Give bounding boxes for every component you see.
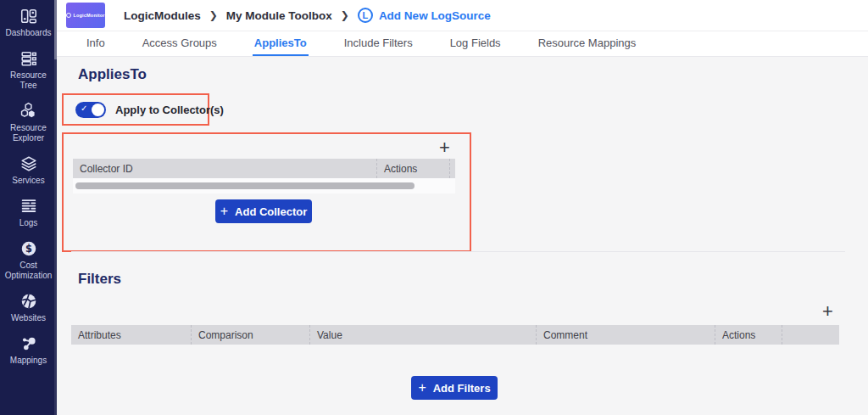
cost-optimization-icon: $: [19, 239, 38, 258]
websites-icon: [19, 292, 38, 311]
section-divider: [71, 251, 845, 252]
check-icon: ✓: [81, 104, 87, 113]
left-nav-sidebar: Dashboards Resource Tree: [0, 0, 57, 415]
logo-text: LogicMonitor: [73, 13, 104, 18]
plus-icon: +: [220, 204, 228, 219]
mappings-icon: [19, 334, 38, 353]
logicmonitor-logo[interactable]: LogicMonitor: [66, 3, 105, 28]
sidebar-item-resource-tree[interactable]: Resource Tree: [0, 49, 57, 91]
logs-icon: [19, 197, 38, 216]
breadcrumb-logicmodules[interactable]: LogicModules: [124, 9, 201, 22]
sidebar-item-label: Dashboards: [2, 28, 56, 38]
main-panel: LogicMonitor LogicModules ❯ My Module To…: [57, 0, 868, 415]
sidebar-item-label: Logs: [2, 218, 56, 228]
add-collector-plus-icon[interactable]: +: [439, 138, 450, 157]
column-spacer: [449, 159, 457, 178]
sidebar-item-label: Resource Tree: [2, 70, 56, 91]
tab-resource-mappings[interactable]: Resource Mappings: [537, 31, 638, 56]
sidebar-item-cost-optimization[interactable]: $ Cost Optimization: [0, 239, 57, 281]
filters-table: Attributes Comparison Value Comment Acti…: [71, 325, 839, 345]
add-collector-button-label: Add Collector: [235, 205, 307, 218]
resource-explorer-icon: [19, 102, 38, 121]
sidebar-item-label: Websites: [2, 313, 56, 323]
resource-tree-icon: [19, 49, 38, 68]
collector-table: Collector ID Actions: [73, 159, 455, 193]
app-window: Dashboards Resource Tree: [0, 0, 868, 415]
apply-to-collectors-highlight-box: ✓ Apply to Collector(s): [62, 93, 209, 126]
add-filter-plus-icon[interactable]: +: [822, 302, 833, 321]
tab-log-fields[interactable]: Log Fields: [448, 31, 503, 56]
column-actions: Actions: [376, 159, 449, 178]
sidebar-item-websites[interactable]: Websites: [0, 292, 57, 323]
services-icon: [19, 154, 38, 173]
add-new-logsource-label: Add New LogSource: [379, 9, 491, 22]
sidebar-item-label: Mappings: [2, 356, 56, 366]
column-attributes: Attributes: [71, 325, 191, 345]
column-comparison: Comparison: [191, 325, 309, 345]
tab-access-groups[interactable]: Access Groups: [141, 31, 219, 56]
chevron-right-icon: ❯: [341, 9, 349, 21]
dashboards-icon: [19, 7, 38, 25]
sidebar-item-label: Services: [2, 176, 56, 186]
sidebar-item-services[interactable]: Services: [0, 154, 57, 186]
collector-table-empty-row: [73, 178, 455, 193]
tab-appliesto[interactable]: AppliesTo: [253, 31, 309, 56]
sidebar-item-label: Cost Optimization: [2, 261, 56, 281]
content-area: AppliesTo ✓ Apply to Collector(s) + Coll…: [57, 57, 868, 415]
sidebar-item-dashboards[interactable]: Dashboards: [0, 7, 57, 38]
topbar: LogicMonitor LogicModules ❯ My Module To…: [57, 0, 868, 31]
add-filters-button[interactable]: + Add Filters: [411, 376, 498, 400]
tab-info[interactable]: Info: [85, 31, 107, 56]
sidebar-item-logs[interactable]: Logs: [0, 197, 57, 228]
toggle-knob: [92, 104, 104, 116]
add-filters-button-label: Add Filters: [433, 382, 491, 395]
chevron-right-icon: ❯: [209, 9, 218, 21]
add-new-logsource-link[interactable]: L Add New LogSource: [358, 8, 491, 23]
appliesto-heading: AppliesTo: [78, 66, 147, 83]
sidebar-item-mappings[interactable]: Mappings: [0, 334, 57, 366]
sidebar-item-resource-explorer[interactable]: Resource Explorer: [0, 102, 57, 143]
sidebar-item-label: Resource Explorer: [2, 123, 56, 143]
logo-mark-icon: [66, 13, 71, 18]
tab-include-filters[interactable]: Include Filters: [342, 31, 415, 56]
breadcrumb-my-module-toolbox[interactable]: My Module Toolbox: [226, 9, 332, 22]
apply-to-collectors-label: Apply to Collector(s): [115, 104, 224, 116]
horizontal-scrollbar[interactable]: [75, 182, 415, 189]
column-spacer: [782, 325, 839, 345]
tabbar: Info Access Groups AppliesTo Include Fil…: [57, 31, 868, 57]
collector-table-header: Collector ID Actions: [73, 159, 455, 178]
column-collector-id: Collector ID: [73, 159, 376, 178]
svg-text:$: $: [25, 243, 32, 255]
filters-table-header: Attributes Comparison Value Comment Acti…: [71, 325, 839, 345]
column-actions: Actions: [715, 325, 782, 345]
column-value: Value: [309, 325, 536, 345]
apply-to-collectors-toggle[interactable]: ✓: [75, 102, 106, 118]
filters-heading: Filters: [78, 271, 121, 288]
collector-section-highlight-box: + Collector ID Actions + Add Collector: [62, 132, 471, 252]
column-comment: Comment: [536, 325, 715, 345]
plus-icon: +: [418, 380, 426, 395]
logsource-circle-l-icon: L: [358, 8, 373, 23]
add-collector-button[interactable]: + Add Collector: [215, 199, 312, 223]
